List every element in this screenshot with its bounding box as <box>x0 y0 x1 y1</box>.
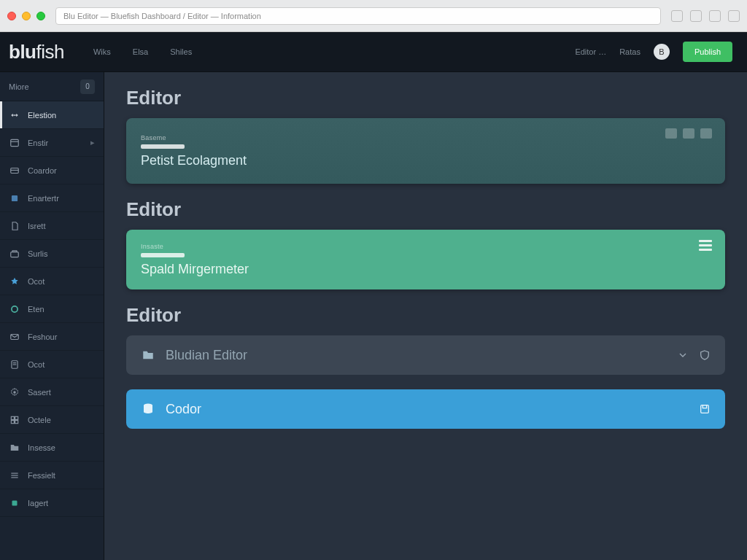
svg-rect-12 <box>11 416 14 419</box>
card-action-icon[interactable] <box>700 128 712 139</box>
extension-icon[interactable] <box>671 10 683 22</box>
sidebar-item-enstir[interactable]: Enstir▸ <box>0 129 104 157</box>
svg-rect-13 <box>15 416 18 419</box>
top-nav: Wiks Elsa Shiles <box>86 43 199 61</box>
doc-icon <box>9 220 20 232</box>
avatar[interactable]: B <box>654 44 670 60</box>
sidebar: Miore 0 ElestionEnstir▸CoardorEnartertrI… <box>0 72 104 560</box>
lines-icon <box>9 470 20 481</box>
browser-toolbar-icons <box>671 10 740 22</box>
row-actions <box>699 403 711 415</box>
sidebar-item-label: Isrett <box>28 222 45 230</box>
sidebar-item-sasert[interactable]: Sasert <box>0 378 104 406</box>
header-right: Editor … Ratas B Publish <box>575 42 732 62</box>
sidebar-item-label: Feshour <box>28 332 57 341</box>
chip-icon <box>9 497 20 509</box>
card-action-icon[interactable] <box>683 128 694 139</box>
save-icon[interactable] <box>699 403 711 415</box>
sidebar-item-ocot[interactable]: Ocot <box>0 268 104 295</box>
sidebar-item-label: Ocot <box>28 277 44 286</box>
header-link[interactable]: Editor … <box>575 47 606 56</box>
gear-icon <box>9 386 20 398</box>
svg-rect-14 <box>11 420 14 423</box>
card-action-icons <box>699 240 712 251</box>
sidebar-item-label: Surlis <box>28 249 48 258</box>
extension-icon[interactable] <box>709 10 721 22</box>
svg-rect-4 <box>12 195 18 201</box>
sidebar-item-ocot[interactable]: Ocot <box>0 351 104 378</box>
sidebar-item-label: Octele <box>28 416 51 424</box>
folder-icon <box>9 442 20 454</box>
box-icon <box>9 192 20 204</box>
top-nav-item[interactable]: Elsa <box>125 43 155 61</box>
section-heading: Editor <box>126 87 725 109</box>
page-icon <box>9 359 20 370</box>
card-persist[interactable]: Baseme Petist Ecolagment <box>126 118 725 184</box>
sidebar-item-surlis[interactable]: Surlis <box>0 240 104 268</box>
window-minimize-icon[interactable] <box>22 12 31 20</box>
progress-bar <box>141 253 185 257</box>
card-meta: Insaste <box>141 243 163 250</box>
database-icon <box>141 402 155 416</box>
sidebar-item-isrett[interactable]: Isrett <box>0 212 104 240</box>
svg-rect-19 <box>12 500 18 505</box>
menu-icon[interactable] <box>699 240 712 251</box>
logo-part-a: blu <box>9 41 36 63</box>
sidebar-item-coardor[interactable]: Coardor <box>0 157 104 184</box>
extension-icon[interactable] <box>690 10 702 22</box>
logo-part-b: fish <box>36 41 64 63</box>
svg-rect-15 <box>15 420 18 423</box>
sidebar-item-elestion[interactable]: Elestion <box>0 101 104 129</box>
sidebar-item-label: Fessielt <box>28 471 55 480</box>
url-bar[interactable]: Blu Editor — Bluefish Dashboard / Editor… <box>55 7 661 25</box>
sidebar-badge: 0 <box>80 79 95 94</box>
logo[interactable]: blufish <box>9 41 64 63</box>
row-bludian-editor[interactable]: Bludian Editor <box>126 335 725 375</box>
row-codor[interactable]: Codor <box>126 389 725 429</box>
card-spald[interactable]: Insaste Spald Mirgermeter <box>126 230 725 289</box>
sidebar-item-label: Ocot <box>28 360 44 369</box>
sidebar-item-octele[interactable]: Octele <box>0 406 104 434</box>
app-body: Miore 0 ElestionEnstir▸CoardorEnartertrI… <box>0 72 747 560</box>
svg-rect-22 <box>703 405 706 408</box>
svg-point-11 <box>13 391 16 394</box>
section-heading: Editor <box>126 304 725 327</box>
row-title: Bludian Editor <box>166 348 247 363</box>
window-close-icon[interactable] <box>7 12 16 20</box>
panel-icon <box>9 137 20 149</box>
card-title: Spald Mirgermeter <box>141 262 249 277</box>
tray-icon <box>9 248 20 260</box>
chevron-down-icon[interactable] <box>677 349 689 361</box>
sidebar-item-label: Enstir <box>28 139 48 147</box>
sidebar-item-label: Sasert <box>28 388 51 397</box>
window-zoom-icon[interactable] <box>36 12 45 20</box>
row-title: Codor <box>166 402 201 417</box>
top-nav-item[interactable]: Wiks <box>86 43 118 61</box>
sidebar-item-enartertr[interactable]: Enartertr <box>0 184 104 212</box>
extension-icon[interactable] <box>728 10 740 22</box>
header-link[interactable]: Ratas <box>619 47 640 56</box>
card-action-icons <box>665 128 712 139</box>
sidebar-item-feshour[interactable]: Feshour <box>0 323 104 351</box>
section-heading: Editor <box>126 198 725 221</box>
sidebar-item-label: Insesse <box>28 443 55 452</box>
sidebar-item-iagert[interactable]: Iagert <box>0 489 104 517</box>
shield-icon[interactable] <box>699 349 711 361</box>
sidebar-item-eten[interactable]: Eten <box>0 295 104 323</box>
arrows-icon <box>9 109 20 121</box>
sidebar-item-label: Iagert <box>28 499 48 508</box>
svg-rect-0 <box>11 139 19 146</box>
star-icon <box>9 276 20 287</box>
sidebar-header: Miore 0 <box>0 72 104 101</box>
card-icon <box>9 165 20 176</box>
publish-button[interactable]: Publish <box>683 42 732 62</box>
top-nav-item[interactable]: Shiles <box>163 43 199 61</box>
mail-icon <box>9 331 20 343</box>
sidebar-item-label: Elestion <box>28 111 56 120</box>
avatar-initial: B <box>659 47 664 56</box>
sidebar-item-label: Enartertr <box>28 194 59 203</box>
sidebar-item-insesse[interactable]: Insesse <box>0 434 104 462</box>
svg-rect-5 <box>11 252 19 257</box>
card-action-icon[interactable] <box>665 128 677 139</box>
sidebar-item-fessielt[interactable]: Fessielt <box>0 462 104 489</box>
